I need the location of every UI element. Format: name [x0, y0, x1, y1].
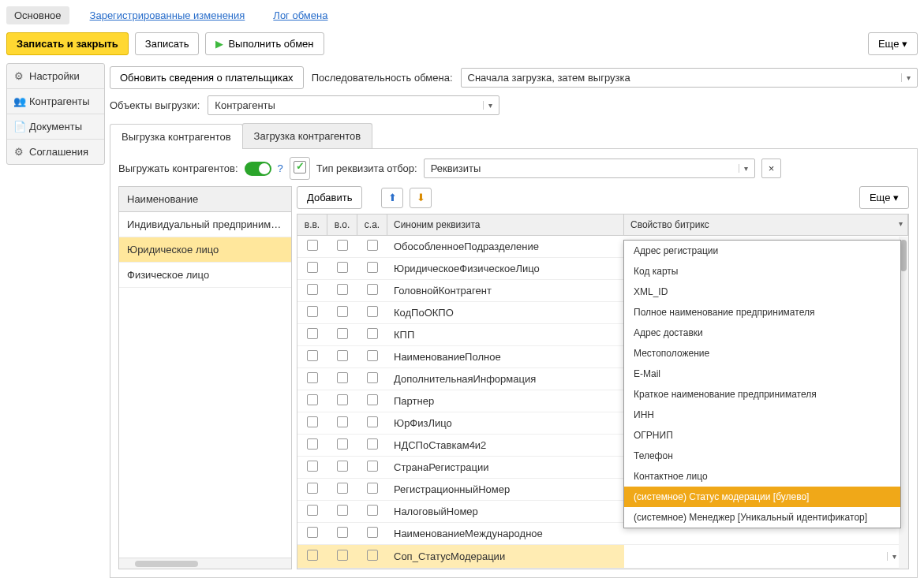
checkbox-vo[interactable]: [337, 306, 348, 317]
checkbox-vv[interactable]: [307, 505, 318, 516]
checkbox-sa[interactable]: [367, 438, 378, 450]
checkbox-vv[interactable]: [307, 372, 318, 383]
property-cell[interactable]: [624, 530, 908, 538]
checkbox-sa[interactable]: [367, 483, 378, 494]
checkbox-vo[interactable]: [337, 372, 348, 383]
checkbox-vv[interactable]: [307, 328, 318, 339]
checkbox-sa[interactable]: [367, 240, 378, 251]
checkbox-sa[interactable]: [367, 306, 378, 317]
checkbox-vv[interactable]: [307, 550, 318, 561]
update-payers-button[interactable]: Обновить сведения о плательщиках: [110, 66, 304, 89]
dropdown-option[interactable]: ОГРНИП: [624, 425, 900, 446]
checkbox-filter[interactable]: [290, 157, 310, 180]
dropdown-option[interactable]: (системное) Статус модерации [булево]: [624, 487, 900, 507]
dropdown-option[interactable]: Местоположение: [624, 343, 900, 364]
add-button[interactable]: Добавить: [297, 186, 362, 209]
grid-header-property[interactable]: Свойство битрикс ▾ Адрес регистрации Код…: [624, 215, 908, 235]
order-label: Последовательность обмена:: [312, 72, 453, 84]
checkbox-sa[interactable]: [367, 262, 378, 273]
clear-button[interactable]: ×: [761, 159, 782, 178]
checkbox-vv[interactable]: [307, 284, 318, 295]
checkbox-vo[interactable]: [337, 284, 348, 295]
dropdown-option[interactable]: ИНН: [624, 405, 900, 425]
checkbox-vo[interactable]: [337, 240, 348, 251]
checkbox-vo[interactable]: [337, 350, 348, 361]
checkbox-sa[interactable]: [367, 416, 378, 427]
checkbox-vo[interactable]: [337, 438, 348, 450]
name-list-header: Наименование: [119, 187, 291, 212]
checkbox-vo[interactable]: [337, 262, 348, 273]
checkbox-vo[interactable]: [337, 527, 348, 538]
checkbox-vo[interactable]: [337, 505, 348, 516]
checkbox-sa[interactable]: [367, 461, 378, 472]
dropdown-option[interactable]: Код карты: [624, 261, 900, 282]
grid-header-synonym[interactable]: Синоним реквизита: [387, 215, 624, 235]
dropdown-option[interactable]: Телефон: [624, 446, 900, 466]
tab-import[interactable]: Загрузка контрагентов: [242, 123, 373, 148]
property-input[interactable]: [630, 549, 884, 564]
dropdown-option[interactable]: Краткое наименование предпринимателя: [624, 384, 900, 405]
checkbox-sa[interactable]: [367, 284, 378, 295]
checkbox-vv[interactable]: [307, 461, 318, 472]
checkbox-sa[interactable]: [367, 527, 378, 538]
property-cell[interactable]: ▾: [624, 545, 908, 568]
dropdown-option[interactable]: Адрес регистрации: [624, 241, 900, 261]
tab-export[interactable]: Выгрузка контрагентов: [110, 124, 243, 149]
top-tab-registered[interactable]: Зарегистрированные изменения: [82, 6, 253, 24]
dropdown-option[interactable]: Контактное лицо: [624, 466, 900, 487]
checkbox-vv[interactable]: [307, 262, 318, 273]
checkbox-vv[interactable]: [307, 240, 318, 251]
move-down-button[interactable]: ⬇: [410, 188, 432, 208]
more-button-top[interactable]: Еще ▾: [868, 32, 918, 55]
run-exchange-button[interactable]: ▶Выполнить обмен: [205, 32, 324, 55]
checkbox-vo[interactable]: [337, 461, 348, 472]
dropdown-option[interactable]: (системное) Менеджер [Уникальный идентиф…: [624, 507, 900, 528]
sidebar-item-counterparties[interactable]: 👥Контрагенты: [7, 89, 104, 114]
checkbox-vo[interactable]: [337, 394, 348, 405]
sidebar-item-settings[interactable]: ⚙Настройки: [7, 64, 104, 89]
help-icon[interactable]: ?: [278, 162, 283, 174]
checkbox-vv[interactable]: [307, 394, 318, 405]
grid-header-vo[interactable]: в.о.: [327, 215, 357, 235]
name-list-item[interactable]: Юридическое лицо: [119, 237, 291, 263]
move-up-button[interactable]: ⬆: [381, 188, 403, 208]
dropdown-option[interactable]: Полное наименование предпринимателя: [624, 302, 900, 323]
checkbox-vo[interactable]: [337, 550, 348, 561]
name-list-item[interactable]: Индивидуальный предприниматель: [119, 212, 291, 237]
grid-header-sa[interactable]: с.а.: [357, 215, 387, 235]
checkbox-sa[interactable]: [367, 550, 378, 561]
top-tab-log[interactable]: Лог обмена: [265, 6, 335, 24]
horizontal-scrollbar[interactable]: [119, 558, 291, 569]
dropdown-option[interactable]: E-Mail: [624, 364, 900, 384]
unload-toggle[interactable]: [245, 162, 271, 176]
checkbox-sa[interactable]: [367, 505, 378, 516]
checkbox-vv[interactable]: [307, 416, 318, 427]
save-button[interactable]: Записать: [135, 32, 200, 55]
order-select[interactable]: Сначала загрузка, затем выгрузка ▾: [461, 68, 918, 88]
save-close-button[interactable]: Записать и закрыть: [6, 32, 129, 55]
checkbox-sa[interactable]: [367, 328, 378, 339]
checkbox-vv[interactable]: [307, 483, 318, 494]
top-tab-main[interactable]: Основное: [6, 6, 69, 24]
more-button-grid[interactable]: Еще ▾: [859, 186, 909, 209]
dropdown-option[interactable]: XML_ID: [624, 282, 900, 302]
checkbox-sa[interactable]: [367, 394, 378, 405]
sidebar-item-agreements[interactable]: ⚙Соглашения: [7, 140, 104, 164]
grid-row[interactable]: Соп_СтатусМодерации▾: [297, 545, 908, 569]
checkbox-vv[interactable]: [307, 438, 318, 450]
checkbox-vo[interactable]: [337, 483, 348, 494]
req-type-select[interactable]: Реквизиты ▾: [424, 159, 755, 178]
dropdown-option[interactable]: Адрес доставки: [624, 323, 900, 343]
checkbox-sa[interactable]: [367, 372, 378, 383]
grid-header-vv[interactable]: в.в.: [297, 215, 327, 235]
checkbox-vv[interactable]: [307, 306, 318, 317]
checkbox-vv[interactable]: [307, 527, 318, 538]
arrow-up-icon: ⬆: [388, 192, 397, 203]
name-list-item[interactable]: Физическое лицо: [119, 263, 291, 288]
checkbox-sa[interactable]: [367, 350, 378, 361]
checkbox-vv[interactable]: [307, 350, 318, 361]
sidebar-item-documents[interactable]: 📄Документы: [7, 114, 104, 140]
checkbox-vo[interactable]: [337, 328, 348, 339]
objects-select[interactable]: Контрагенты ▾: [208, 95, 499, 115]
checkbox-vo[interactable]: [337, 416, 348, 427]
